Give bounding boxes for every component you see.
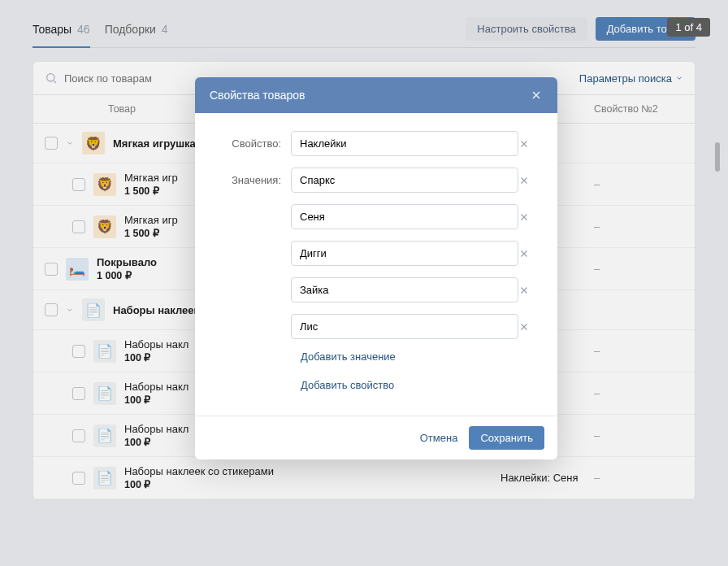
value-input[interactable] [291,314,518,339]
delete-value-icon[interactable] [518,175,540,186]
cancel-button[interactable]: Отмена [420,432,458,444]
delete-property-icon[interactable] [518,138,540,150]
product-properties-modal: Свойства товаров Свойство: Значения: Доб… [195,77,557,459]
delete-value-icon[interactable] [518,285,540,296]
save-button[interactable]: Сохранить [469,426,544,450]
delete-value-icon[interactable] [518,321,540,333]
image-counter-badge: 1 of 4 [667,18,710,37]
value-input[interactable] [291,241,518,266]
add-value-link[interactable]: Добавить значение [301,350,540,363]
property-input[interactable] [291,131,518,156]
add-property-link[interactable]: Добавить свойство [301,379,540,391]
value-input[interactable] [291,168,518,193]
close-icon[interactable] [530,89,543,102]
modal-title: Свойства товаров [210,89,305,102]
value-input[interactable] [291,204,518,229]
property-label: Свойство: [213,137,291,150]
value-label: Значения: [213,174,291,186]
value-input[interactable] [291,277,518,303]
delete-value-icon[interactable] [518,211,540,223]
delete-value-icon[interactable] [518,248,540,259]
